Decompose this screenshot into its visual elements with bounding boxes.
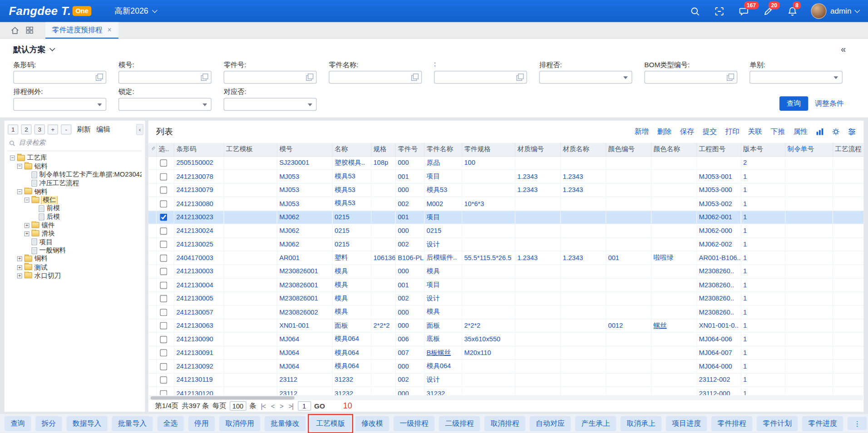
row-checkbox[interactable] — [160, 336, 167, 343]
filter-input[interactable] — [118, 71, 212, 84]
expand-node-icon[interactable]: + — [25, 223, 30, 228]
table-row[interactable]: 2412130005M230826001模具002设计M2308260..1 — [148, 292, 863, 305]
tree-level-button[interactable]: 3 — [35, 124, 45, 134]
user-menu[interactable]: admin — [811, 3, 859, 19]
go-button[interactable]: GO — [314, 402, 325, 410]
close-icon[interactable]: × — [108, 25, 112, 34]
barcode-cell[interactable]: 2412130090 — [174, 332, 224, 346]
toolbar-button[interactable]: 零件进度 — [802, 416, 843, 431]
table-row[interactable]: 241213012023112312320003123223112-0001 — [148, 387, 863, 395]
column-header[interactable]: 材质名称 — [560, 143, 606, 156]
tree-node[interactable]: 制令单转工艺卡产生单据:MO2304200 — [8, 171, 142, 179]
list-action-button[interactable]: 属性 — [793, 127, 808, 137]
table-row[interactable]: 24121301192311231232002设计23112-0021 — [148, 373, 863, 387]
barcode-cell[interactable]: 2412130003 — [174, 265, 224, 278]
row-checkbox[interactable] — [160, 187, 167, 194]
toolbar-button[interactable]: 项目进度 — [666, 416, 707, 431]
workspace-dropdown[interactable]: 高新2026 — [114, 6, 157, 16]
row-checkbox[interactable] — [160, 390, 167, 395]
column-header[interactable]: 颜色名称 — [651, 143, 696, 156]
page-size-input[interactable] — [230, 401, 247, 411]
chart-icon[interactable] — [816, 128, 824, 136]
toolbar-button[interactable]: 自动对应 — [530, 416, 571, 431]
row-checkbox[interactable] — [160, 227, 167, 235]
toolbar-button[interactable]: 零件计划 — [757, 416, 798, 431]
column-header[interactable]: 版本号 — [741, 143, 785, 156]
expand-node-icon[interactable]: + — [17, 256, 22, 261]
table-row[interactable]: 2412130079MJ053模具53000模具531.23431.2343MJ… — [148, 183, 863, 197]
barcode-cell[interactable]: 2412130120 — [174, 387, 224, 395]
column-header[interactable]: 制令单号 — [785, 143, 833, 156]
table-row[interactable]: 2412130090MJ064模具064006底板35x610x550MJ064… — [148, 332, 863, 346]
row-checkbox[interactable] — [160, 255, 167, 262]
column-header[interactable]: 材质编号 — [515, 143, 560, 156]
toolbar-button[interactable]: 拆分 — [35, 416, 62, 431]
column-header[interactable]: 模号 — [277, 143, 332, 156]
cell[interactable]: B板螺丝 — [424, 346, 462, 359]
column-header[interactable]: 零件名称 — [424, 143, 462, 156]
toolbar-button[interactable]: 批量导入 — [112, 416, 153, 431]
tree-node[interactable]: −铝料 — [8, 162, 142, 171]
toolbar-button[interactable]: 取消排程 — [484, 416, 525, 431]
expand-node-icon[interactable]: + — [25, 231, 30, 236]
toolbar-button[interactable]: 一级排程 — [394, 416, 434, 431]
barcode-cell[interactable]: 2412130092 — [174, 359, 224, 373]
table-row[interactable]: 2412130078MJ053模具53001项目1.23431.2343MJ05… — [148, 170, 863, 183]
horizontal-scrollbar[interactable] — [149, 395, 863, 400]
collapse-node-icon[interactable]: − — [17, 189, 22, 194]
tree-node[interactable]: 一般钢料 — [8, 246, 142, 255]
tree-edit-button[interactable]: 编辑 — [96, 125, 110, 134]
row-checkbox[interactable] — [160, 377, 167, 384]
tree-node[interactable]: 项目 — [8, 238, 142, 246]
table-row[interactable]: 2404170003AR001塑料106136B106-PL后模镶件..55.5… — [148, 251, 863, 265]
barcode-cell[interactable]: 2412130080 — [174, 197, 224, 210]
row-checkbox[interactable] — [160, 173, 167, 181]
avatar[interactable] — [811, 3, 826, 19]
copy-icon[interactable] — [517, 74, 524, 81]
list-action-button[interactable]: 打印 — [725, 127, 740, 137]
column-header[interactable]: 工艺模板 — [224, 143, 277, 156]
bell-icon[interactable]: 8 — [787, 5, 799, 17]
search-icon[interactable] — [689, 5, 701, 17]
apps-grid-icon[interactable] — [22, 26, 37, 34]
list-action-button[interactable]: 提交 — [702, 127, 717, 137]
toolbar-button[interactable]: 停用 — [188, 416, 215, 431]
barcode-cell[interactable]: 2412130057 — [174, 305, 224, 319]
tree-level-button[interactable]: + — [48, 124, 58, 134]
table-row[interactable]: 2412130003M230826001模具000模具M2308260..1 — [148, 265, 863, 278]
query-button[interactable]: 查询 — [779, 96, 808, 111]
scheme-dropdown[interactable]: 默认方案 — [13, 42, 54, 57]
toolbar-button[interactable]: ⋮ — [848, 417, 867, 430]
column-header[interactable]: 颜色编号 — [606, 143, 651, 156]
column-header[interactable]: 零件规格 — [462, 143, 515, 156]
column-header[interactable]: 工艺流程 — [833, 143, 863, 156]
tree-node[interactable]: 冲压工艺流程 — [8, 179, 142, 188]
filter-select[interactable] — [539, 71, 632, 84]
tree-node[interactable]: +滑块 — [8, 230, 142, 238]
toolbar-button[interactable]: 取消承上 — [621, 416, 661, 431]
copy-icon[interactable] — [411, 74, 419, 81]
next-page-button[interactable]: > — [279, 402, 284, 410]
filter-input[interactable] — [13, 71, 106, 84]
column-header[interactable]: 条形码 — [174, 143, 224, 156]
tree-node[interactable]: 后模 — [8, 213, 142, 221]
barcode-cell[interactable]: 2412130078 — [174, 170, 224, 183]
barcode-cell[interactable]: 2412130025 — [174, 237, 224, 251]
barcode-cell[interactable]: 2412130023 — [174, 210, 224, 224]
toolbar-button[interactable]: 数据导入 — [66, 416, 107, 431]
copy-icon[interactable] — [727, 74, 734, 81]
filter-select[interactable] — [750, 71, 843, 84]
tab-active[interactable]: 零件进度预排程 × — [45, 22, 118, 39]
toolbar-button[interactable]: 零件排程 — [711, 416, 752, 431]
row-checkbox[interactable] — [160, 295, 167, 302]
cell[interactable]: 螺丝 — [651, 319, 696, 332]
scrollbar-thumb[interactable] — [151, 396, 295, 399]
table-row[interactable]: 2412130091MJ064模具064007B板螺丝M20x110MJ064-… — [148, 346, 863, 359]
row-checkbox[interactable] — [160, 214, 167, 221]
column-header[interactable]: 零件号 — [395, 143, 424, 156]
collapse-tree-button[interactable]: ‹ — [136, 124, 143, 135]
collapse-node-icon[interactable]: − — [25, 197, 30, 202]
filter-select[interactable] — [13, 98, 106, 111]
table-row[interactable]: 2412130080MJ053模具53002M00210*6*3MJ053-00… — [148, 197, 863, 210]
table-row[interactable]: 2412130023MJ0620215001项目MJ062-0011 — [148, 210, 863, 224]
